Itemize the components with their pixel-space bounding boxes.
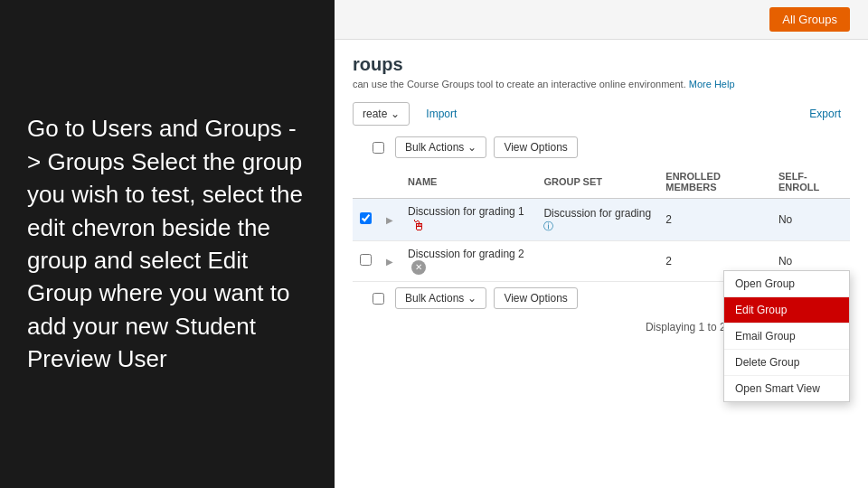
more-help-link[interactable]: More Help bbox=[689, 79, 735, 89]
row1-checkbox[interactable] bbox=[360, 212, 372, 224]
create-chevron-icon: ⌄ bbox=[391, 108, 400, 120]
import-button[interactable]: Import bbox=[417, 103, 466, 125]
view-options-button[interactable]: View Options bbox=[494, 136, 577, 158]
th-checkbox bbox=[353, 165, 379, 199]
row2-name: Discussion for grading 2 bbox=[408, 248, 524, 260]
groups-table: NAME GROUP SET ENROLLED MEMBERS SELF-ENR… bbox=[353, 165, 850, 282]
create-label: reate bbox=[363, 108, 387, 120]
row1-enrolled: 2 bbox=[665, 213, 672, 226]
cursor-icon: 🖱 bbox=[411, 218, 426, 234]
main-content-panel: All Groups roups can use the Course Grou… bbox=[335, 0, 868, 488]
th-arrow bbox=[379, 165, 401, 199]
row2-name-cell[interactable]: Discussion for grading 2 ✕ bbox=[401, 241, 536, 282]
instruction-text: Go to Users and Groups -> Groups Select … bbox=[27, 112, 307, 375]
top-bar: All Groups bbox=[335, 0, 868, 40]
row1-self-enroll-cell: No bbox=[771, 199, 850, 241]
content-area: roups can use the Course Groups tool to … bbox=[335, 40, 868, 488]
bulk-actions-row: Bulk Actions ⌄ View Options bbox=[353, 136, 850, 158]
row2-arrow-cell: ▶ bbox=[379, 241, 401, 282]
row2-checkbox-cell bbox=[353, 241, 379, 282]
bottom-bulk-chevron-icon: ⌄ bbox=[467, 292, 476, 305]
bulk-chevron-icon: ⌄ bbox=[467, 141, 476, 154]
row1-group-set-cell: Discussion for grading ⓘ bbox=[536, 199, 658, 241]
row1-expand-icon[interactable]: ▶ bbox=[386, 215, 393, 225]
dropdown-delete-group[interactable]: Delete Group bbox=[724, 350, 849, 376]
bottom-view-button[interactable]: View Options bbox=[494, 287, 577, 309]
create-button[interactable]: reate ⌄ bbox=[353, 102, 410, 126]
dropdown-open-group[interactable]: Open Group bbox=[724, 271, 849, 297]
th-enrolled: ENROLLED MEMBERS bbox=[658, 165, 771, 199]
row2-enrolled: 2 bbox=[665, 255, 672, 267]
page-desc-text: can use the Course Groups tool to create… bbox=[353, 79, 686, 89]
th-self-enroll: SELF-ENROLL bbox=[771, 165, 850, 199]
bottom-select-all-checkbox[interactable] bbox=[373, 293, 384, 305]
dropdown-edit-group[interactable]: Edit Group bbox=[724, 297, 849, 324]
select-all-checkbox[interactable] bbox=[373, 142, 384, 154]
row1-self-enroll: No bbox=[778, 213, 792, 226]
group-set-info-icon: ⓘ bbox=[543, 221, 553, 231]
dropdown-open-smart-view[interactable]: Open Smart View bbox=[724, 376, 849, 401]
th-group-set: GROUP SET bbox=[536, 165, 658, 199]
row1-enrolled-cell: 2 bbox=[658, 199, 771, 241]
row1-name-cell[interactable]: Discussion for grading 1 🖱 bbox=[401, 199, 536, 241]
bulk-actions-label: Bulk Actions bbox=[405, 141, 464, 154]
instruction-panel: Go to Users and Groups -> Groups Select … bbox=[0, 0, 335, 488]
context-menu: Open Group Edit Group Email Group Delete… bbox=[723, 270, 850, 402]
row2-checkbox[interactable] bbox=[360, 254, 372, 266]
dropdown-email-group[interactable]: Email Group bbox=[724, 324, 849, 350]
row2-self-enroll: No bbox=[778, 255, 792, 267]
page-title: roups bbox=[353, 54, 850, 75]
page-description: can use the Course Groups tool to create… bbox=[353, 79, 850, 89]
bottom-bulk-label: Bulk Actions bbox=[405, 292, 464, 305]
bottom-bulk-actions-button[interactable]: Bulk Actions ⌄ bbox=[395, 287, 486, 309]
bulk-actions-button[interactable]: Bulk Actions ⌄ bbox=[395, 136, 486, 158]
table-header-row: NAME GROUP SET ENROLLED MEMBERS SELF-ENR… bbox=[353, 165, 850, 199]
row1-checkbox-cell bbox=[353, 199, 379, 241]
table-row: ▶ Discussion for grading 1 🖱 Discussion … bbox=[353, 199, 850, 241]
all-groups-button[interactable]: All Groups bbox=[769, 7, 850, 32]
row1-arrow-cell: ▶ bbox=[379, 199, 401, 241]
toolbar-row: reate ⌄ Import Export bbox=[353, 102, 850, 126]
row1-name: Discussion for grading 1 bbox=[408, 205, 524, 218]
export-button[interactable]: Export bbox=[800, 103, 850, 125]
row2-expand-icon[interactable]: ▶ bbox=[386, 257, 393, 267]
row1-group-set: Discussion for grading bbox=[543, 207, 651, 220]
th-name: NAME bbox=[401, 165, 536, 199]
row2-clear-icon[interactable]: ✕ bbox=[411, 260, 426, 275]
row2-group-set-cell bbox=[536, 241, 658, 282]
